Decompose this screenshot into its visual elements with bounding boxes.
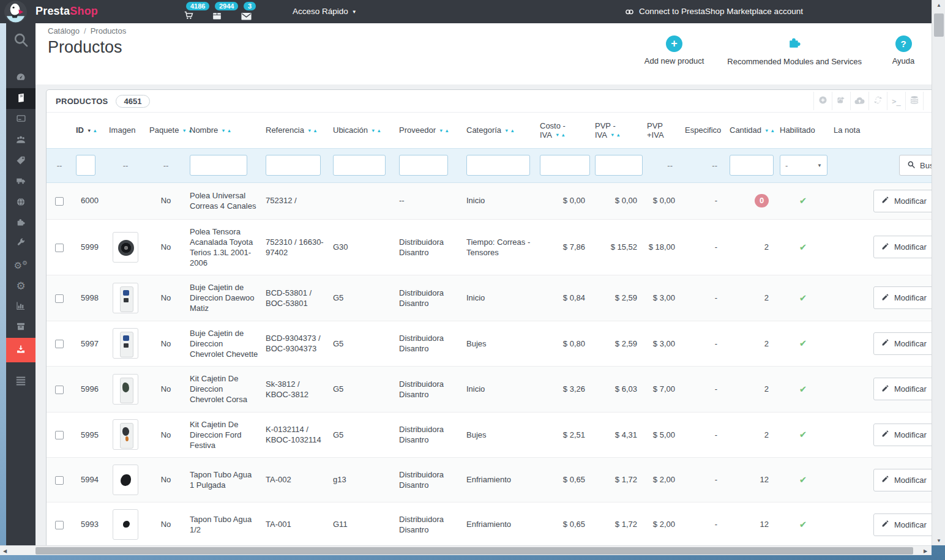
- add-new-product-button[interactable]: +Add new product: [644, 35, 704, 66]
- enabled-check-icon[interactable]: ✔: [799, 195, 807, 206]
- scroll-left-arrow[interactable]: ◀: [0, 546, 10, 556]
- column-header-proveedor[interactable]: Proveedor▼▲: [395, 113, 463, 148]
- filter-id-input[interactable]: [76, 155, 95, 176]
- products-notification[interactable]: 2944: [210, 0, 228, 23]
- sort-asc-icon[interactable]: ▲: [510, 128, 515, 133]
- filter-habilitado-select[interactable]: -▼: [780, 155, 827, 176]
- sidebar-item-import[interactable]: [6, 338, 35, 362]
- sidebar-item-orders[interactable]: [6, 109, 35, 130]
- import-list-button[interactable]: [850, 92, 868, 110]
- recommended-modules-button[interactable]: Recommended Modules and Services: [727, 35, 862, 66]
- column-header-cantidad[interactable]: Cantidad▼▲: [726, 113, 776, 148]
- column-header-referencia[interactable]: Referencia▼▲: [262, 113, 329, 148]
- brand-wordmark[interactable]: PrestaShop: [35, 5, 98, 18]
- row-checkbox-5993[interactable]: [55, 521, 64, 529]
- product-thumbnail[interactable]: [113, 509, 138, 540]
- product-thumbnail[interactable]: [113, 419, 138, 450]
- horizontal-scrollbar-thumb[interactable]: [35, 547, 913, 554]
- row-checkbox-5994[interactable]: [55, 476, 64, 485]
- product-thumbnail[interactable]: [113, 374, 138, 405]
- sort-asc-icon[interactable]: ▲: [313, 128, 317, 133]
- filter-pvp_sin-input[interactable]: [595, 155, 643, 176]
- enabled-check-icon[interactable]: ✔: [799, 474, 807, 485]
- modify-button-6000[interactable]: Modificar▼: [873, 190, 932, 212]
- sort-desc-icon[interactable]: ▼: [439, 128, 443, 133]
- sidebar-item-menu-collapse[interactable]: [6, 371, 35, 392]
- column-header-paquete[interactable]: Paquete▼▲: [146, 113, 186, 148]
- sort-asc-icon[interactable]: ▲: [616, 132, 620, 138]
- horizontal-scrollbar[interactable]: ◀ ▶: [0, 545, 932, 555]
- sidebar-item-dashboard[interactable]: [6, 67, 35, 88]
- show-sql-query-button[interactable]: >_: [887, 92, 905, 110]
- column-header-nombre[interactable]: Nombre▼▲: [186, 113, 262, 148]
- row-checkbox-5996[interactable]: [55, 386, 64, 394]
- row-checkbox-5999[interactable]: [55, 244, 64, 252]
- enabled-check-icon[interactable]: ✔: [799, 429, 807, 439]
- sort-asc-icon[interactable]: ▲: [444, 128, 449, 133]
- modify-button-5998[interactable]: Modificar▼: [873, 286, 932, 309]
- vertical-scrollbar[interactable]: ▲ ▼: [932, 0, 945, 545]
- sort-asc-icon[interactable]: ▲: [561, 132, 565, 138]
- help-button[interactable]: ?Ayuda: [885, 35, 922, 66]
- sidebar-item-catalog[interactable]: [6, 88, 35, 109]
- enabled-check-icon[interactable]: ✔: [799, 293, 807, 303]
- column-header-categoria[interactable]: Categoría▼▲: [463, 113, 536, 148]
- sort-desc-icon[interactable]: ▼: [610, 132, 614, 138]
- modify-button-5994[interactable]: Modificar▼: [873, 469, 932, 491]
- sort-desc-icon[interactable]: ▼: [555, 132, 559, 138]
- vertical-scrollbar-thumb[interactable]: [934, 13, 944, 37]
- product-thumbnail[interactable]: [113, 232, 138, 263]
- export-button[interactable]: [832, 92, 850, 110]
- sort-desc-icon[interactable]: ▼: [764, 128, 769, 133]
- filter-nombre-input[interactable]: [190, 155, 247, 176]
- sort-desc-icon[interactable]: ▼: [221, 128, 225, 133]
- row-checkbox-5995[interactable]: [55, 431, 64, 439]
- sidebar-item-design[interactable]: [6, 234, 35, 255]
- modify-button-5997[interactable]: Modificar▼: [873, 332, 932, 355]
- enabled-check-icon[interactable]: ✔: [799, 384, 807, 394]
- sort-desc-icon[interactable]: ▼: [307, 128, 312, 133]
- messages-notification[interactable]: 3: [239, 0, 257, 23]
- breadcrumb-products[interactable]: Productos: [91, 26, 127, 35]
- sidebar-item-shipping[interactable]: [6, 171, 35, 192]
- sort-asc-icon[interactable]: ▲: [377, 128, 381, 133]
- quick-access-menu[interactable]: Acceso Rápido▼: [293, 0, 357, 23]
- enabled-check-icon[interactable]: ✔: [799, 519, 807, 529]
- sidebar-item-search[interactable]: [6, 23, 35, 59]
- sort-desc-icon[interactable]: ▼: [504, 128, 509, 133]
- sidebar-item-discounts[interactable]: [6, 151, 35, 171]
- filter-costo-input[interactable]: [540, 155, 590, 176]
- product-thumbnail[interactable]: [113, 328, 138, 359]
- sidebar-item-customers[interactable]: [6, 130, 35, 151]
- column-header-ubicacion[interactable]: Ubicación▼▲: [329, 113, 395, 148]
- sort-asc-icon[interactable]: ▲: [227, 128, 231, 133]
- sort-desc-icon[interactable]: ▼: [87, 128, 91, 133]
- orders-notification[interactable]: 4186: [181, 0, 200, 23]
- sidebar-item-international[interactable]: [6, 192, 35, 213]
- modify-button-5999[interactable]: Modificar▼: [873, 236, 932, 258]
- product-thumbnail[interactable]: [113, 283, 138, 313]
- filter-categoria-input[interactable]: [466, 155, 530, 176]
- breadcrumb-catalog[interactable]: Catálogo: [48, 26, 80, 35]
- refresh-list-button[interactable]: [868, 92, 887, 110]
- sort-desc-icon[interactable]: ▼: [371, 128, 375, 133]
- search-button[interactable]: Buscar: [899, 155, 932, 176]
- add-product-button[interactable]: [813, 92, 832, 110]
- filter-proveedor-input[interactable]: [399, 155, 448, 176]
- row-checkbox-5997[interactable]: [55, 340, 64, 348]
- sidebar-item-stock[interactable]: [6, 317, 35, 338]
- scroll-up-arrow[interactable]: ▲: [932, 0, 945, 10]
- modify-button-5995[interactable]: Modificar▼: [873, 424, 932, 446]
- marketplace-account-link[interactable]: Connect to PrestaShop Marketplace accoun…: [624, 0, 803, 23]
- product-thumbnail[interactable]: [113, 465, 138, 495]
- column-header-id[interactable]: ID▼▲: [72, 113, 105, 148]
- enabled-check-icon[interactable]: ✔: [799, 338, 807, 348]
- column-header-pvp_sin[interactable]: PVP -IVA▼▲: [591, 113, 643, 148]
- sort-asc-icon[interactable]: ▲: [770, 128, 774, 133]
- prestashop-logo-avatar[interactable]: [4, 0, 28, 24]
- row-checkbox-6000[interactable]: [55, 197, 64, 206]
- filter-ubicacion-input[interactable]: [333, 155, 386, 176]
- sidebar-item-stats[interactable]: [6, 296, 35, 317]
- modify-button-5996[interactable]: Modificar▼: [873, 378, 932, 400]
- sidebar-item-advanced-parameters[interactable]: ⚙⚙: [6, 255, 35, 275]
